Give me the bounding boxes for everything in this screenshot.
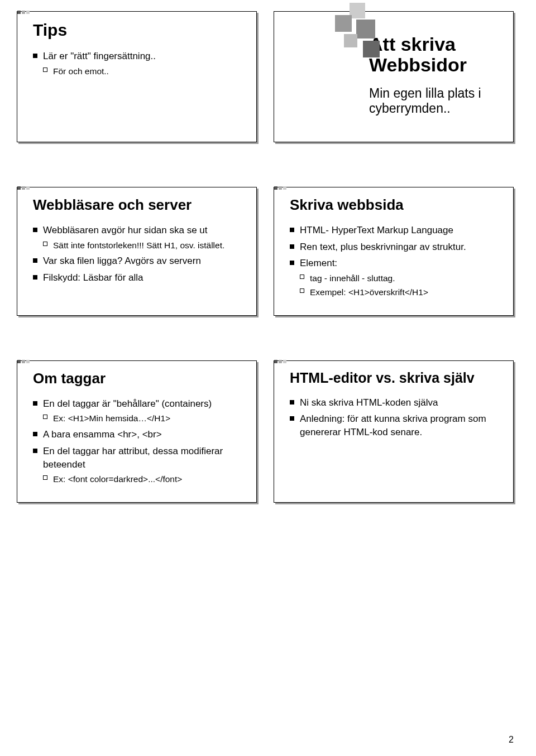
- list-item: Anledning: för att kunna skriva program …: [290, 412, 501, 439]
- slide-title: Skriva webbsida: [290, 196, 501, 214]
- list-item: Filskydd: Läsbar för alla: [33, 271, 244, 285]
- item-text: Lär er "rätt" fingersättning..: [43, 51, 156, 61]
- slide-title: Tips: [33, 21, 244, 40]
- sub-item: tag - innehåll - sluttag.: [300, 272, 501, 285]
- list-item: A bara ensamma <hr>, <br>: [33, 428, 244, 441]
- slide-row-3: Om taggar En del taggar är "behållare" (…: [17, 360, 519, 503]
- sub-item: Ex: <font color=darkred>...</font>: [43, 473, 244, 485]
- item-text: Webbläsaren avgör hur sidan ska se ut: [43, 225, 208, 235]
- sub-item: Exempel: <H1>överskrift</H1>: [300, 286, 501, 298]
- slide-skriva: Skriva webbsida HTML- HyperText Markup L…: [274, 187, 514, 316]
- slide-server: Webbläsare och server Webbläsaren avgör …: [17, 187, 257, 316]
- slide-tips: Tips Lär er "rätt" fingersättning.. För …: [17, 11, 257, 142]
- list-item: HTML- HyperText Markup Language: [290, 224, 501, 237]
- item-text: En del taggar har attribut, dessa modifi…: [43, 446, 223, 470]
- slide-title-main: Att skriva Webbsidor Min egen lilla plat…: [274, 11, 514, 142]
- slide-accent: [274, 186, 292, 190]
- list-item: Lär er "rätt" fingersättning.. För och e…: [33, 50, 244, 77]
- list-item: En del taggar är "behållare" (containers…: [33, 397, 244, 425]
- slide-accent: [17, 11, 35, 14]
- slide-title: HTML-editor vs. skriva själv: [290, 370, 501, 386]
- item-text: En del taggar är "behållare" (containers…: [43, 398, 212, 409]
- sub-item: Sätt inte fontstorleken!!! Sätt H1, osv.…: [43, 239, 244, 252]
- item-text: Element:: [300, 258, 337, 268]
- list-item: Var ska filen ligga? Avgörs av servern: [33, 254, 244, 268]
- decor-squares-icon: [327, 3, 389, 64]
- slide-title: Om taggar: [33, 370, 244, 387]
- list-item: En del taggar har attribut, dessa modifi…: [33, 445, 244, 485]
- slide-row-1: Tips Lär er "rätt" fingersättning.. För …: [17, 11, 519, 142]
- list-item: Element: tag - innehåll - sluttag. Exemp…: [290, 257, 501, 298]
- slide-title: Webbläsare och server: [33, 196, 244, 214]
- sub-item: Ex: <H1>Min hemsida…</H1>: [43, 412, 244, 425]
- slide-taggar: Om taggar En del taggar är "behållare" (…: [17, 360, 257, 503]
- list-item: Webbläsaren avgör hur sidan ska se ut Sä…: [33, 224, 244, 251]
- slide-row-2: Webbläsare och server Webbläsaren avgör …: [17, 187, 519, 316]
- page: Tips Lär er "rätt" fingersättning.. För …: [0, 0, 536, 542]
- slide-accent: [274, 360, 292, 363]
- slide-accent: [17, 360, 35, 363]
- slide-editor: HTML-editor vs. skriva själv Ni ska skri…: [274, 360, 514, 503]
- list-item: Ren text, plus beskrivningar av struktur…: [290, 240, 501, 254]
- sub-item: För och emot..: [43, 65, 244, 78]
- list-item: Ni ska skriva HTML-koden själva: [290, 396, 501, 410]
- slide-accent: [17, 186, 35, 190]
- main-subtitle: Min egen lilla plats i cyberrymden..: [369, 86, 497, 116]
